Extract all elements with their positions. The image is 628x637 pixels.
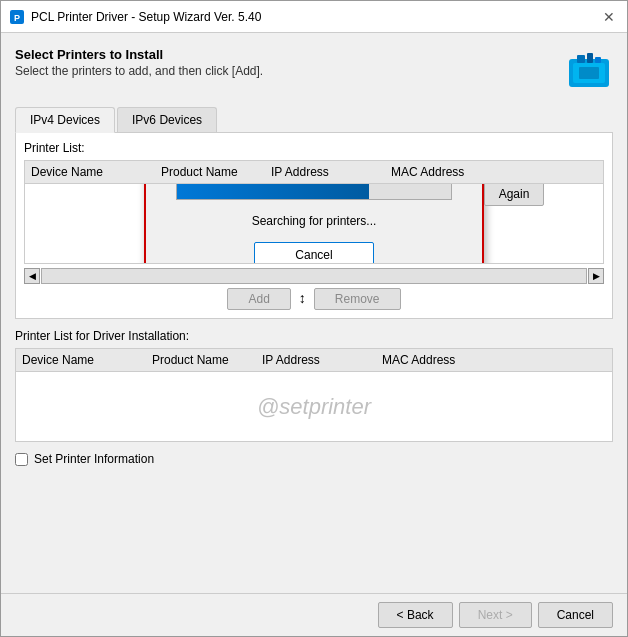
bottom-section-label: Printer List for Driver Installation:	[15, 329, 613, 343]
header-subtitle: Select the printers to add, and then cli…	[15, 64, 263, 78]
tab-ipv6[interactable]: IPv6 Devices	[117, 107, 217, 132]
scroll-right-arrow[interactable]: ▶	[588, 268, 604, 284]
bottom-col-device-name: Device Name	[22, 353, 152, 367]
logo-icon	[565, 47, 613, 95]
app-icon: P	[9, 9, 25, 25]
scrollbar-row: ◀ ▶	[24, 268, 604, 284]
printer-list-table-header: Device Name Product Name IP Address MAC …	[24, 160, 604, 184]
header-section: Select Printers to Install Select the pr…	[15, 47, 613, 95]
search-again-button[interactable]: Search Again	[484, 184, 544, 206]
svg-rect-4	[577, 55, 585, 63]
bottom-table-body: @setprinter	[15, 372, 613, 442]
title-bar: P PCL Printer Driver - Setup Wizard Ver.…	[1, 1, 627, 33]
printer-list-table-body: Search Again Searching for printers... C…	[24, 184, 604, 264]
svg-rect-7	[579, 67, 599, 79]
header-text: Select Printers to Install Select the pr…	[15, 47, 263, 78]
bottom-col-ip-address: IP Address	[262, 353, 382, 367]
svg-rect-5	[587, 53, 593, 63]
scrollbar-track[interactable]	[41, 268, 587, 284]
search-cancel-button[interactable]: Cancel	[254, 242, 373, 265]
close-button[interactable]: ✕	[599, 7, 619, 27]
tab-bar: IPv4 Devices IPv6 Devices	[15, 107, 613, 133]
back-button[interactable]: < Back	[378, 602, 453, 628]
col-ip-address: IP Address	[271, 165, 391, 179]
arrow-down-icon: ↕	[299, 290, 306, 310]
bottom-nav-bar: < Back Next > Cancel	[1, 593, 627, 636]
col-product-name: Product Name	[161, 165, 271, 179]
tab-ipv4[interactable]: IPv4 Devices	[15, 107, 115, 133]
col-device-name: Device Name	[31, 165, 161, 179]
add-button[interactable]: Add	[227, 288, 290, 310]
main-content: Select Printers to Install Select the pr…	[1, 33, 627, 593]
tab-body-area: Printer List: Device Name Product Name I…	[15, 133, 613, 319]
set-printer-info-label[interactable]: Set Printer Information	[34, 452, 154, 466]
remove-button[interactable]: Remove	[314, 288, 401, 310]
bottom-table-header: Device Name Product Name IP Address MAC …	[15, 348, 613, 372]
window-title: PCL Printer Driver - Setup Wizard Ver. 5…	[31, 10, 599, 24]
search-status-text: Searching for printers...	[252, 214, 377, 228]
progress-bar	[176, 184, 452, 200]
search-dialog-overlay: Search Again Searching for printers... C…	[25, 184, 603, 263]
search-dialog: Search Again Searching for printers... C…	[144, 184, 484, 264]
col-mac-address: MAC Address	[391, 165, 597, 179]
tab-panel: Printer List: Device Name Product Name I…	[15, 133, 613, 319]
svg-rect-6	[595, 57, 601, 63]
svg-text:P: P	[14, 13, 20, 23]
main-window: P PCL Printer Driver - Setup Wizard Ver.…	[0, 0, 628, 637]
bottom-table-section: Printer List for Driver Installation: De…	[15, 329, 613, 442]
progress-bar-fill	[177, 184, 369, 199]
scroll-left-arrow[interactable]: ◀	[24, 268, 40, 284]
printer-list-label: Printer List:	[24, 141, 604, 155]
bottom-col-product-name: Product Name	[152, 353, 262, 367]
cancel-button[interactable]: Cancel	[538, 602, 613, 628]
bottom-col-mac-address: MAC Address	[382, 353, 606, 367]
set-printer-info-checkbox[interactable]	[15, 453, 28, 466]
watermark: @setprinter	[257, 394, 371, 420]
header-title: Select Printers to Install	[15, 47, 263, 62]
add-remove-row: Add ↕ Remove	[24, 288, 604, 310]
next-button[interactable]: Next >	[459, 602, 532, 628]
checkbox-row: Set Printer Information	[15, 452, 613, 466]
